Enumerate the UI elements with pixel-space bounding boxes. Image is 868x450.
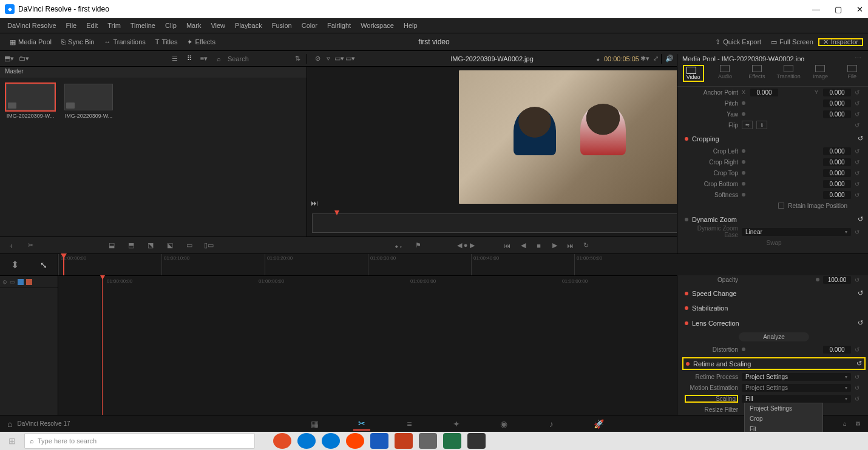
replace-icon[interactable]: ⬔ <box>144 240 157 251</box>
menu-trim[interactable]: Trim <box>103 22 126 29</box>
fusion-page[interactable]: ✦ <box>448 417 465 431</box>
inspector-tab-audio[interactable]: Audio <box>710 63 739 84</box>
inspector-tab-video[interactable]: Video <box>679 63 708 84</box>
track-lock-icon[interactable]: ⊙ <box>2 279 7 285</box>
start-button[interactable]: ⊞ <box>0 432 24 450</box>
track-color2[interactable] <box>26 279 32 285</box>
flag-icon[interactable]: ⚑ <box>412 240 424 251</box>
menu-color[interactable]: Color <box>297 22 322 29</box>
cut-page[interactable]: ✂ <box>353 417 370 431</box>
list-view-icon[interactable]: ☰ <box>169 54 180 64</box>
flip-h-button[interactable]: ⇋ <box>742 121 753 129</box>
media-pool-toggle[interactable]: ▦Media Pool <box>5 38 56 46</box>
filter-icon[interactable]: ⇅ <box>292 54 303 64</box>
home-icon[interactable]: ⌂ <box>7 419 12 429</box>
nav-dots[interactable]: ◀ ● ▶ <box>457 241 475 249</box>
menu-help[interactable]: Help <box>399 22 422 29</box>
options-icon[interactable]: ✱▾ <box>639 54 650 64</box>
media-thumb[interactable]: IMG-20220309-W... <box>64 84 113 119</box>
dynamic-zoom-section[interactable]: Dynamic Zoom↺ <box>685 212 863 226</box>
taskbar-app[interactable] <box>322 433 340 449</box>
overwrite-icon[interactable]: ⬒ <box>125 240 137 251</box>
taskbar-app[interactable] <box>395 433 413 449</box>
append-icon[interactable]: ▭ <box>183 240 195 251</box>
inspector-tab-file[interactable]: File <box>838 63 867 84</box>
scaling-dropdown[interactable]: Project SettingsCropFitFillStretch <box>744 403 823 432</box>
taskbar-app[interactable] <box>370 433 388 449</box>
insert-icon[interactable]: ⬓ <box>106 240 118 251</box>
scaling-option-project-settings[interactable]: Project Settings <box>745 403 822 414</box>
anchor-x[interactable]: 0.000 <box>750 89 778 96</box>
effects-toggle[interactable]: ✦Effects <box>182 38 220 46</box>
pitch-value[interactable]: 0.000 <box>823 99 851 107</box>
menu-timeline[interactable]: Timeline <box>126 22 160 29</box>
yaw-value[interactable]: 0.000 <box>823 110 851 118</box>
viewer-image[interactable] <box>459 70 705 204</box>
ruler-area[interactable]: 01:00:00:0001:00:10:0001:00:20:0001:00:3… <box>58 254 868 275</box>
fit-icon[interactable]: ⬕ <box>164 240 176 251</box>
play-button[interactable]: ▶ <box>549 240 561 251</box>
menu-mark[interactable]: Mark <box>181 22 206 29</box>
sync-bin-toggle[interactable]: ⎘Sync Bin <box>56 38 99 45</box>
quick-export-button[interactable]: ⇪Quick Export <box>710 38 766 46</box>
clip-icon[interactable]: ▭▾ <box>334 54 345 64</box>
settings-icon[interactable]: ⚙ <box>855 420 861 427</box>
taskbar-app[interactable] <box>297 433 316 449</box>
inspector-tab-effects[interactable]: Effects <box>742 63 771 84</box>
menu-file[interactable]: File <box>61 22 82 29</box>
import-icon[interactable]: ⬒▾ <box>4 54 15 64</box>
taskbar-app[interactable] <box>443 433 461 449</box>
menu-clip[interactable]: Clip <box>160 22 181 29</box>
menu-playback[interactable]: Playback <box>230 22 267 29</box>
append2-icon[interactable]: ▯▭ <box>203 240 215 251</box>
minimize-button[interactable]: — <box>812 5 820 14</box>
reset-icon[interactable]: ↺ <box>858 135 863 143</box>
last-frame-button[interactable]: ⏭ <box>565 240 577 251</box>
first-frame-button[interactable]: ⏮ <box>501 240 514 251</box>
edit-index-icon[interactable]: ⫞ <box>5 240 17 251</box>
retain-checkbox[interactable] <box>778 203 784 209</box>
taskbar-app[interactable] <box>467 433 486 449</box>
media-thumb[interactable]: IMG-20220309-W... <box>6 84 55 119</box>
track-color[interactable] <box>18 279 24 285</box>
close-button[interactable]: ✕ <box>856 5 863 14</box>
view-icon[interactable]: ▭▾ <box>345 54 356 64</box>
anchor-y[interactable]: 0.000 <box>823 89 851 96</box>
scaling-option-fit[interactable]: Fit <box>745 424 822 432</box>
maximize-button[interactable]: ▢ <box>835 5 842 14</box>
play-reverse-button[interactable]: ◀ <box>517 240 529 251</box>
taskbar-app[interactable] <box>273 433 291 449</box>
color-page[interactable]: ◉ <box>495 417 512 431</box>
taskbar-search[interactable]: ⌕Type here to search <box>24 433 255 449</box>
cropping-section[interactable]: Cropping↺ <box>685 132 863 146</box>
loop-button[interactable]: ↻ <box>580 240 592 251</box>
sort-icon[interactable]: ≡▾ <box>198 54 209 64</box>
marker-icon[interactable]: ▿ <box>323 54 334 64</box>
grid-view-icon[interactable]: ⠿ <box>184 54 195 64</box>
reset-icon[interactable]: ↺ <box>855 122 863 129</box>
project-manager-icon[interactable]: ⌂ <box>843 420 847 427</box>
menu-workspace[interactable]: Workspace <box>356 22 399 29</box>
inspector-toggle[interactable]: ✕̤Inspector <box>818 38 863 46</box>
menu-fairlight[interactable]: Fairlight <box>322 22 356 29</box>
folder-icon[interactable]: 🗀▾ <box>18 54 29 64</box>
expand-icon[interactable]: ⤢ <box>650 54 661 64</box>
flip-v-button[interactable]: ⥮ <box>756 121 767 129</box>
transitions-toggle[interactable]: ↔Transitions <box>99 38 150 45</box>
edit-page[interactable]: ≡ <box>401 417 418 431</box>
swap-button[interactable]: Swap <box>766 240 781 246</box>
taskbar-app[interactable] <box>346 433 364 449</box>
prev-clip-button[interactable]: ⏭ <box>311 199 318 207</box>
marker-tool-icon[interactable]: ⬥▾ <box>393 240 405 251</box>
inspector-tab-image[interactable]: Image <box>805 63 835 84</box>
menu-fusion[interactable]: Fusion <box>267 22 297 29</box>
zoom-ease-select[interactable]: Linear▾ <box>742 228 851 236</box>
taskbar-app[interactable] <box>419 433 437 449</box>
inspector-tab-transition[interactable]: Transition <box>774 63 803 84</box>
menu-edit[interactable]: Edit <box>81 22 103 29</box>
stop-button[interactable]: ■ <box>533 240 545 251</box>
fairlight-page[interactable]: ♪ <box>543 417 560 431</box>
reset-icon[interactable]: ↺ <box>855 100 863 107</box>
search-icon[interactable]: ⌕ <box>213 54 224 64</box>
search-input[interactable] <box>228 55 288 62</box>
